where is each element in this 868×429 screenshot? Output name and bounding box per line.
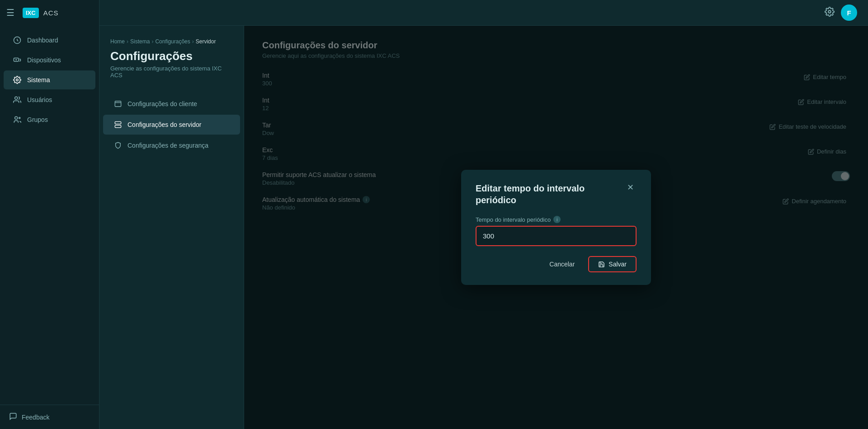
svg-rect-8 (115, 101, 121, 107)
svg-point-2 (16, 60, 17, 61)
side-menu-servidor-label: Configurações do servidor (127, 121, 201, 128)
sidebar-item-grupos-label: Grupos (27, 116, 48, 123)
sidebar-item-dashboard[interactable]: Dashboard (4, 31, 95, 50)
page-title: Configurações (110, 49, 233, 63)
gear-icon[interactable] (825, 7, 835, 19)
sidebar-item-dispositivos-label: Dispositivos (27, 56, 61, 64)
save-button[interactable]: Salvar (588, 256, 637, 272)
side-menu-item-seguranca[interactable]: Configurações de segurança (103, 135, 240, 155)
svg-point-6 (19, 117, 20, 119)
side-menu-cliente-label: Configurações do cliente (127, 100, 197, 107)
page-header: Home › Sistema › Configurações › Servido… (99, 38, 244, 89)
devices-icon (13, 56, 22, 65)
dashboard-icon (13, 36, 22, 45)
sidebar-item-dashboard-label: Dashboard (27, 37, 58, 44)
modal-footer: Cancelar Salvar (476, 256, 637, 272)
server-icon (114, 121, 122, 129)
field-input-intervalo[interactable] (476, 226, 637, 246)
breadcrumb-sep1: › (127, 38, 128, 45)
modal-overlay: Editar tempo do intervalo periódico ✕ Te… (244, 26, 868, 429)
field-info-icon: i (553, 216, 561, 223)
users-icon (13, 95, 22, 104)
page-subtitle: Gerencie as configurações do sistema IXC… (110, 65, 233, 79)
window-icon (114, 100, 122, 108)
sidebar-item-usuarios-label: Usuários (27, 96, 52, 103)
modal-dialog: Editar tempo do intervalo periódico ✕ Te… (461, 170, 651, 285)
sidebar: ☰ IXC ACS Dashboard Dispositivos Sistema (0, 0, 99, 429)
sidebar-item-usuarios[interactable]: Usuários (4, 90, 95, 109)
breadcrumb-servidor: Servidor (196, 38, 216, 45)
settings-icon (13, 75, 22, 84)
save-button-label: Salvar (609, 261, 627, 268)
logo-text: ACS (43, 9, 59, 17)
feedback-icon (9, 412, 17, 422)
left-panel: Home › Sistema › Configurações › Servido… (99, 26, 244, 429)
side-menu-item-cliente[interactable]: Configurações do cliente (103, 94, 240, 114)
breadcrumb-sistema[interactable]: Sistema (130, 38, 150, 45)
field-label: Tempo do intervalo periódico i (476, 216, 637, 223)
sidebar-header: ☰ IXC ACS (0, 0, 99, 25)
modal-close-button[interactable]: ✕ (624, 182, 637, 193)
breadcrumb-sep3: › (192, 38, 194, 45)
sidebar-item-dispositivos[interactable]: Dispositivos (4, 51, 95, 70)
groups-icon (13, 115, 22, 124)
sidebar-footer: Feedback (0, 405, 99, 429)
content-area: Home › Sistema › Configurações › Servido… (99, 26, 868, 429)
field-group: Tempo do intervalo periódico i (476, 216, 637, 246)
modal-title: Editar tempo do intervalo periódico (476, 182, 620, 206)
sidebar-item-sistema[interactable]: Sistema (4, 70, 95, 89)
sidebar-item-sistema-label: Sistema (27, 76, 50, 84)
shield-icon (114, 141, 122, 149)
hamburger-icon[interactable]: ☰ (6, 7, 14, 18)
breadcrumb-home[interactable]: Home (110, 38, 125, 45)
feedback-label: Feedback (22, 414, 49, 421)
topbar: F (99, 0, 868, 26)
sidebar-item-grupos[interactable]: Grupos (4, 110, 95, 129)
svg-point-5 (15, 117, 18, 119)
breadcrumb-configuracoes[interactable]: Configurações (155, 38, 190, 45)
breadcrumb-sep2: › (151, 38, 153, 45)
avatar[interactable]: F (841, 5, 857, 21)
cancel-button[interactable]: Cancelar (542, 257, 582, 271)
svg-rect-11 (115, 125, 121, 127)
sidebar-nav: Dashboard Dispositivos Sistema Usuários … (0, 25, 99, 405)
side-menu-seguranca-label: Configurações de segurança (127, 142, 208, 149)
modal-header: Editar tempo do intervalo periódico ✕ (476, 182, 637, 206)
logo-box: IXC (23, 8, 39, 18)
svg-point-3 (16, 79, 19, 81)
side-menu-item-servidor[interactable]: Configurações do servidor (103, 115, 240, 135)
svg-point-4 (15, 97, 18, 99)
side-menu: Configurações do cliente Configurações d… (99, 94, 244, 155)
feedback-item[interactable]: Feedback (9, 412, 90, 422)
svg-point-7 (828, 10, 831, 13)
breadcrumb: Home › Sistema › Configurações › Servido… (110, 38, 233, 45)
svg-rect-10 (115, 121, 121, 124)
main-area: F Home › Sistema › Configurações › Servi… (99, 0, 868, 429)
right-panel: Configurações do servidor Gerencie aqui … (244, 26, 868, 429)
